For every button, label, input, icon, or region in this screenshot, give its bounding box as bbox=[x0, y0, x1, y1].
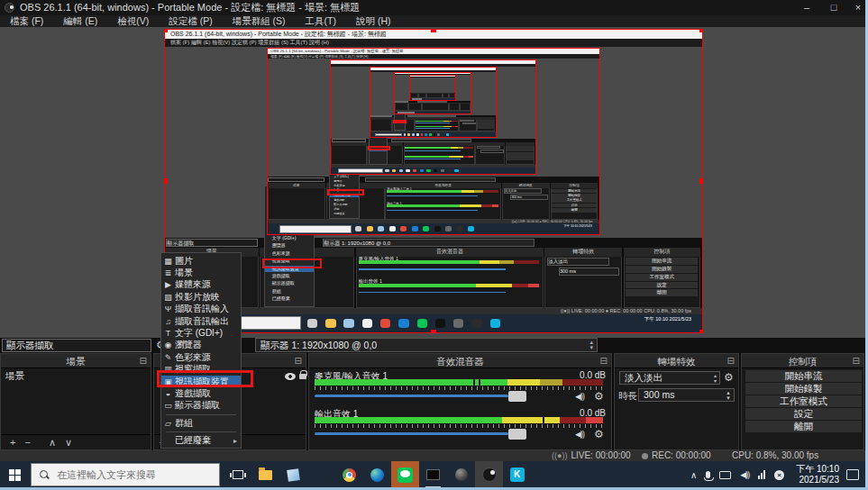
nested-app-icon bbox=[490, 319, 500, 328]
nested-capture-level-1[interactable]: OBS 26.1.1 (64-bit, windows) - Portable … bbox=[164, 29, 703, 333]
move-down-button[interactable]: ∨ bbox=[65, 437, 72, 449]
snipping-tool-taskbar-button[interactable] bbox=[307, 461, 335, 488]
dock-pin-icon[interactable]: ⊟ bbox=[295, 354, 302, 368]
tray-expand-icon[interactable]: ∧ bbox=[690, 470, 697, 480]
nested-app-icon bbox=[434, 226, 441, 231]
display-select-combo[interactable]: 顯示器 1: 1920x1080 @ 0,0 ▴▾ bbox=[255, 338, 598, 352]
context-menu-item-0[interactable]: ▦圖片 bbox=[161, 255, 241, 267]
menu-item-0[interactable]: 檔案 (F) bbox=[0, 15, 53, 27]
context-menu-item-13[interactable]: ▱群組 bbox=[161, 417, 241, 429]
nested-menu-item: 色彩來源 bbox=[265, 250, 314, 258]
remove-scene-button[interactable]: − bbox=[24, 437, 30, 448]
selection-handle[interactable] bbox=[699, 178, 703, 184]
minimize-button[interactable]: – bbox=[797, 0, 817, 15]
transitions-dock-header[interactable]: 轉場特效⊟ bbox=[615, 354, 738, 368]
start-streaming-button[interactable]: 開始串流 bbox=[745, 370, 862, 382]
context-menu-item-4[interactable]: Ψ擷取音訊輸入 bbox=[161, 304, 241, 315]
transition-select[interactable]: 淡入淡出 ▴▾ bbox=[619, 371, 720, 385]
context-menu-item-1[interactable]: ≣場景 bbox=[161, 267, 241, 278]
mixer-dock-header[interactable]: 音效混音器⊟ bbox=[309, 354, 611, 368]
dock-pin-icon[interactable]: ⊟ bbox=[727, 354, 735, 368]
sphere-app-taskbar-button[interactable] bbox=[447, 461, 475, 488]
mixer-gear-icon[interactable]: ⚙ bbox=[594, 390, 604, 403]
settings-button[interactable]: 設定 bbox=[745, 408, 862, 420]
context-menu-item-11[interactable]: ◒遊戲擷取 bbox=[161, 387, 241, 399]
selection-handle[interactable] bbox=[699, 330, 703, 333]
microphone-icon[interactable] bbox=[706, 471, 710, 478]
menu-item-6[interactable]: 說明 (H) bbox=[346, 15, 401, 27]
edge-icon bbox=[370, 468, 384, 482]
mixer-gear-icon[interactable]: ⚙ bbox=[594, 428, 604, 440]
controls-dock-header[interactable]: 控制項⊟ bbox=[742, 354, 863, 368]
network-icon[interactable] bbox=[758, 470, 765, 479]
volume-icon[interactable]: ◀)) bbox=[740, 470, 749, 479]
context-menu-item-6[interactable]: T文字 (GDI+) bbox=[161, 327, 241, 339]
scene-list-item[interactable]: 場景 bbox=[5, 370, 24, 383]
dock-pin-icon[interactable]: ⊟ bbox=[600, 354, 608, 368]
volume-slider-track[interactable] bbox=[315, 395, 508, 397]
scenes-dock-header[interactable]: 場景⊟ bbox=[1, 354, 151, 368]
visibility-eye-icon[interactable] bbox=[285, 373, 296, 380]
chrome-taskbar-button[interactable] bbox=[335, 461, 363, 488]
menu-item-4[interactable]: 場景群組 (S) bbox=[223, 15, 296, 27]
error-circle-icon[interactable]: × bbox=[774, 470, 784, 480]
taskbar-clock[interactable]: 下午 10:102021/5/23 bbox=[796, 464, 839, 485]
start-recording-button[interactable]: 開始錄製 bbox=[745, 383, 862, 395]
photos-taskbar-button[interactable] bbox=[279, 461, 307, 488]
selection-handle[interactable] bbox=[164, 178, 168, 184]
transition-gear-icon[interactable]: ⚙ bbox=[724, 371, 734, 384]
menu-item-5[interactable]: 工具(T) bbox=[296, 15, 346, 27]
action-center-icon[interactable] bbox=[846, 469, 859, 480]
lock-icon[interactable] bbox=[299, 374, 306, 379]
terminal-taskbar-button[interactable] bbox=[419, 461, 447, 488]
context-menu-item-5[interactable]: ♫擷取音訊輸出 bbox=[161, 315, 241, 327]
group-icon: ▱ bbox=[161, 419, 175, 428]
context-menu-item-12[interactable]: ▭顯示器擷取 bbox=[161, 400, 241, 412]
nested-panel-header bbox=[460, 103, 471, 104]
source-name-field[interactable]: 顯示器擷取 bbox=[2, 339, 151, 352]
context-menu-item-8[interactable]: ✎色彩來源 bbox=[161, 351, 241, 363]
search-input[interactable] bbox=[55, 468, 208, 481]
taskbar-search[interactable] bbox=[31, 463, 220, 486]
dock-pin-icon[interactable]: ⊟ bbox=[853, 354, 860, 368]
k-app-taskbar-button[interactable]: K bbox=[503, 461, 531, 488]
context-menu-item-7[interactable]: ◉瀏覽器 bbox=[161, 340, 241, 351]
rec-status: REC: 00:00:00 bbox=[642, 450, 711, 461]
selection-handle[interactable] bbox=[699, 29, 703, 32]
menubar: 檔案 (F)編輯 (E)檢視(V)設定檔 (P)場景群組 (S)工具(T)說明 … bbox=[0, 15, 868, 27]
menu-item-1[interactable]: 編輯 (E) bbox=[53, 15, 107, 27]
nested-control-button: 設定 bbox=[552, 204, 596, 208]
context-menu-item-14[interactable]: 已經廢棄▸ bbox=[161, 434, 241, 446]
nested-app-icon bbox=[398, 319, 408, 328]
selection-handle[interactable] bbox=[431, 330, 436, 333]
move-up-button[interactable]: ∧ bbox=[49, 437, 56, 449]
obs-taskbar-button[interactable] bbox=[475, 461, 503, 488]
duration-spinbox[interactable]: 300 ms ▲▼ bbox=[638, 388, 735, 402]
context-menu-item-2[interactable]: ▶媒體來源 bbox=[161, 279, 241, 291]
volume-slider-handle[interactable] bbox=[508, 429, 526, 440]
speaker-icon[interactable]: ◀)) bbox=[575, 392, 584, 401]
nested-control-button: 開始錄製 bbox=[552, 194, 596, 198]
menu-item-2[interactable]: 檢視(V) bbox=[107, 15, 159, 27]
file-explorer-taskbar-button[interactable] bbox=[251, 461, 279, 488]
selection-handle[interactable] bbox=[431, 29, 436, 32]
task-view-taskbar-button[interactable] bbox=[224, 461, 251, 488]
edge-taskbar-button[interactable] bbox=[363, 461, 391, 488]
maximize-button[interactable]: □ bbox=[824, 0, 844, 15]
line-taskbar-button[interactable] bbox=[391, 461, 419, 488]
spinner-arrows-icon[interactable]: ▲▼ bbox=[726, 390, 731, 401]
volume-slider-track[interactable] bbox=[315, 432, 508, 435]
dock-pin-icon[interactable]: ⊟ bbox=[140, 354, 147, 368]
add-scene-button[interactable]: + bbox=[10, 437, 15, 448]
rec-dot-icon bbox=[642, 453, 648, 459]
context-menu-item-3[interactable]: ▧投影片放映 bbox=[161, 291, 241, 303]
color-source-icon: ✎ bbox=[161, 353, 175, 362]
studio-mode-button[interactable]: 工作室模式 bbox=[745, 395, 862, 407]
volume-slider-handle[interactable] bbox=[508, 391, 526, 402]
speaker-icon[interactable]: ◀)) bbox=[575, 430, 584, 439]
keyboard-icon[interactable] bbox=[719, 471, 731, 479]
start-button[interactable] bbox=[0, 461, 29, 488]
menu-item-3[interactable]: 設定檔 (P) bbox=[159, 15, 222, 27]
selection-handle[interactable] bbox=[164, 29, 168, 32]
exit-button[interactable]: 離開 bbox=[745, 421, 862, 432]
